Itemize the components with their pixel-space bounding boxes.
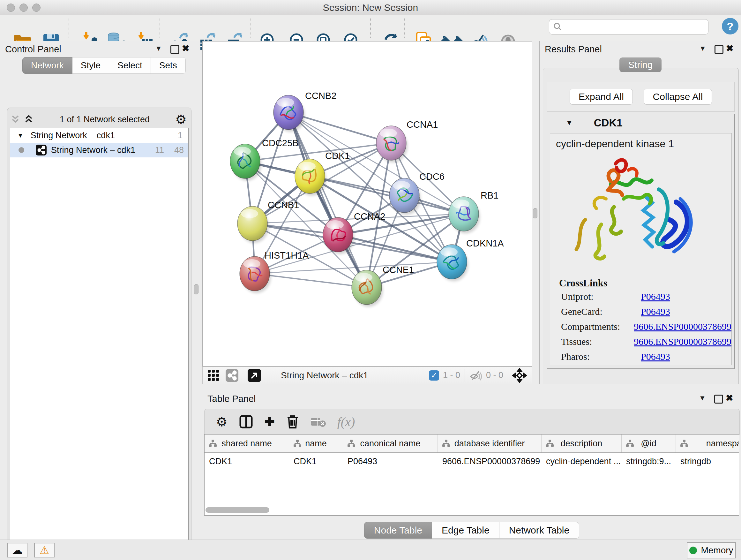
- selected-checkbox-icon[interactable]: ✓: [429, 370, 439, 381]
- crosslink-row: Compartments:9606.ENSP00000378699: [550, 319, 731, 334]
- expand-collapse-box: Expand All Collapse All: [547, 82, 735, 112]
- network-node-CCNB2[interactable]: CCNB2: [273, 91, 336, 132]
- network-node-HIST1H1A[interactable]: HIST1H1A: [240, 250, 309, 293]
- tab-string[interactable]: String: [619, 57, 662, 72]
- crosslink-link[interactable]: P06493: [641, 306, 670, 317]
- tab-network-table[interactable]: Network Table: [499, 522, 580, 539]
- table-panel-float-icon[interactable]: [714, 395, 723, 403]
- network-node-CCNE1[interactable]: CCNE1: [352, 265, 414, 307]
- show-columns-icon[interactable]: [239, 415, 253, 429]
- crosslink-label: GeneCard:: [550, 306, 641, 317]
- crosslink-link[interactable]: 9606.ENSP00000378699: [634, 321, 731, 332]
- table-cell[interactable]: stringdb: [676, 456, 739, 466]
- table-panel-collapse-icon[interactable]: ▼: [699, 394, 706, 402]
- gene-detail-box: cyclin-dependent kinase 1: [550, 133, 732, 365]
- expand-all-button[interactable]: Expand All: [569, 89, 633, 105]
- node-label-CCNA2: CCNA2: [354, 211, 385, 222]
- results-panel-float-icon[interactable]: [715, 45, 724, 54]
- toolbar-separator: [404, 18, 405, 38]
- tab-edge-table[interactable]: Edge Table: [432, 522, 499, 539]
- table-cell[interactable]: 9606.ENSP00000378699: [438, 456, 542, 466]
- network-collection-row[interactable]: ▼ String Network – cdk1 1: [10, 128, 188, 143]
- network-share-view-icon[interactable]: [226, 369, 239, 382]
- table-cell[interactable]: P06493: [343, 456, 438, 466]
- control-panel-float-icon[interactable]: [171, 45, 179, 54]
- table-tabs: Node Table Edge Table Network Table: [202, 522, 741, 539]
- column-header--id[interactable]: @id: [622, 435, 676, 452]
- table-cell[interactable]: CDK1: [205, 456, 289, 466]
- column-header-canonical-name[interactable]: canonical name: [343, 435, 438, 452]
- crosslink-row: Tissues:9606.ENSP00000378699: [550, 334, 731, 349]
- tab-network[interactable]: Network: [22, 57, 72, 74]
- tree-expander-icon[interactable]: ▼: [17, 132, 23, 139]
- column-type-icon: [347, 439, 356, 448]
- results-panel-collapse-icon[interactable]: ▼: [699, 44, 706, 53]
- delete-column-trash-icon[interactable]: [286, 415, 299, 429]
- crosslinks-list: Uniprot:P06493GeneCard:P06493Compartment…: [550, 289, 731, 364]
- network-node-CDC6[interactable]: CDC6: [389, 172, 445, 215]
- crosslink-link[interactable]: P06493: [641, 291, 670, 302]
- warning-icon[interactable]: ⚠: [34, 543, 55, 557]
- hidden-counts: 0 - 0: [486, 370, 503, 380]
- search-input[interactable]: [549, 19, 709, 35]
- column-header-shared-name[interactable]: shared name: [205, 435, 289, 452]
- crosslink-label: Pharos:: [550, 351, 641, 362]
- hidden-eye-slash-icon: [469, 370, 483, 381]
- table-row[interactable]: CDK1CDK1P064939606.ENSP00000378699cyclin…: [205, 453, 739, 470]
- table-cell[interactable]: CDK1: [289, 456, 343, 466]
- table-panel-close-icon[interactable]: ✖: [726, 393, 733, 403]
- memory-button[interactable]: Memory: [687, 542, 736, 558]
- collapse-all-button[interactable]: Collapse All: [644, 89, 712, 105]
- column-header-database-identifier[interactable]: database identifier: [438, 435, 542, 452]
- control-panel-collapse-icon[interactable]: ▼: [155, 44, 162, 53]
- tab-select[interactable]: Select: [109, 57, 151, 74]
- network-row-selected[interactable]: String Network – cdk1 11 48: [10, 143, 188, 158]
- gene-description: cyclin-dependent kinase 1: [556, 138, 731, 150]
- help-icon[interactable]: ?: [722, 18, 738, 35]
- toolbar-separator: [159, 18, 160, 38]
- control-panel-close-icon[interactable]: ✖: [182, 43, 189, 54]
- gene-collapse-icon[interactable]: ▼: [566, 119, 573, 127]
- window-title: Session: New Session: [0, 2, 741, 13]
- network-node-CCNA1[interactable]: CCNA1: [376, 119, 438, 163]
- tab-node-table[interactable]: Node Table: [364, 522, 432, 539]
- table-panel-title: Table Panel: [207, 394, 256, 404]
- results-panel-title: Results Panel: [545, 44, 602, 55]
- crosslink-link[interactable]: 9606.ENSP00000378699: [634, 336, 731, 347]
- network-edge-CCNE1-HIST1H1A[interactable]: [255, 273, 367, 287]
- open-in-window-icon[interactable]: [248, 369, 261, 382]
- table-cell[interactable]: stringdb:9...: [622, 456, 676, 466]
- network-canvas[interactable]: CCNB2CCNA1CDC25BCDK1CDC6RB1CCNB1CCNA2CDK…: [202, 41, 532, 367]
- column-type-icon: [625, 439, 634, 448]
- birdseye-pan-icon[interactable]: [512, 368, 527, 383]
- collection-count: 1: [178, 131, 183, 140]
- left-splitter-handle[interactable]: [194, 284, 199, 294]
- node-label-CCNA1: CCNA1: [407, 119, 438, 130]
- network-node-CDKN1A[interactable]: CDKN1A: [437, 238, 504, 281]
- table-options-gear-icon[interactable]: ⚙: [216, 415, 227, 428]
- table-panel: Table Panel ▼ ✖ ⚙ ✚ f(x) shared namename…: [202, 384, 741, 540]
- tab-style[interactable]: Style: [72, 57, 109, 74]
- table-horizontal-scrollbar[interactable]: [205, 507, 269, 513]
- results-panel-close-icon[interactable]: ✖: [726, 43, 733, 54]
- network-options-gear-icon[interactable]: ⚙: [175, 113, 187, 126]
- crosslink-row: GeneCard:P06493: [550, 304, 731, 319]
- column-header-namespace[interactable]: namespace: [676, 435, 739, 452]
- table-cell[interactable]: cyclin-dependent ...: [542, 456, 622, 466]
- collapse-all-icon[interactable]: [10, 114, 21, 125]
- crosslink-link[interactable]: P06493: [641, 351, 670, 362]
- network-node-RB1[interactable]: RB1: [449, 190, 498, 233]
- network-edge-CDK1-RB1[interactable]: [310, 176, 464, 214]
- control-panel: Control Panel ▼ ✖ Network Style Select S…: [0, 41, 198, 540]
- protein-structure-image: [563, 151, 713, 279]
- expand-all-icon[interactable]: [23, 114, 34, 125]
- edge-count: 48: [174, 145, 184, 155]
- cloud-icon[interactable]: ☁: [7, 543, 27, 557]
- column-header-name[interactable]: name: [289, 435, 343, 452]
- column-header-description[interactable]: description: [542, 435, 622, 452]
- create-column-icon[interactable]: ✚: [265, 416, 275, 428]
- right-splitter-handle[interactable]: [533, 208, 537, 219]
- grid-view-icon[interactable]: [207, 369, 220, 382]
- tab-sets[interactable]: Sets: [151, 57, 186, 74]
- search-text-field[interactable]: [562, 22, 701, 32]
